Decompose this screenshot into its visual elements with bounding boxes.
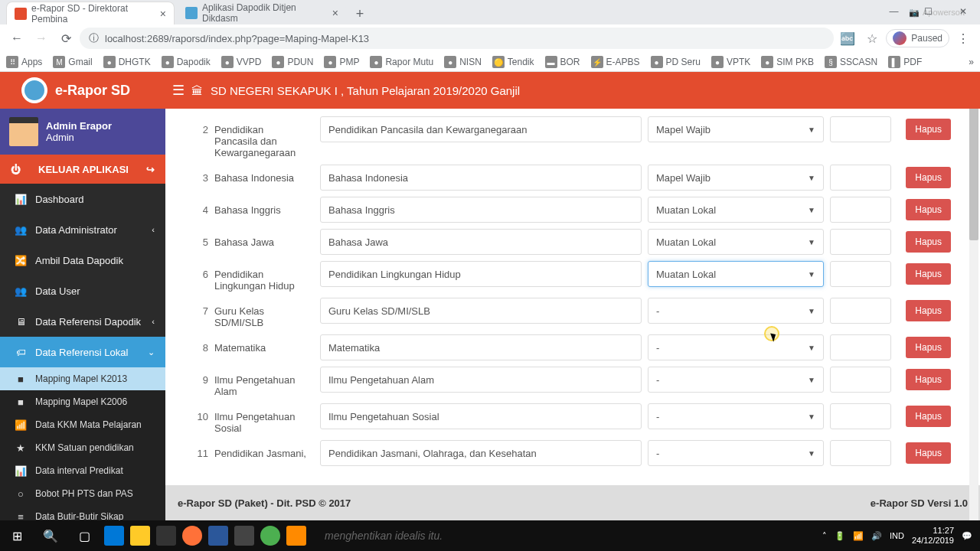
kelompok-select[interactable]: -▼ <box>648 440 824 466</box>
bookmark-item[interactable]: ●VPTK <box>711 56 750 68</box>
close-button[interactable]: ✕ <box>946 0 980 23</box>
bookmark-item[interactable]: ▌PDF <box>888 56 922 68</box>
minimize-button[interactable]: — <box>877 0 911 23</box>
tray-chevron-icon[interactable]: ˄ <box>822 531 827 541</box>
app-icon[interactable] <box>231 520 257 551</box>
delete-button[interactable]: Hapus <box>906 337 951 358</box>
mapel-input[interactable] <box>320 298 642 324</box>
urut-input[interactable] <box>830 261 891 287</box>
kelompok-select[interactable]: Muatan Lokal▼ <box>648 229 824 255</box>
sidebar-subitem[interactable]: ■Mapping Mapel K2006 <box>0 390 165 413</box>
bookmark-item[interactable]: ●PDUN <box>272 56 313 68</box>
urut-input[interactable] <box>830 116 891 142</box>
mapel-input[interactable] <box>320 261 642 287</box>
mapel-input[interactable] <box>320 440 642 466</box>
urut-input[interactable] <box>830 334 891 360</box>
bookmark-item[interactable]: ●Dapodik <box>162 56 211 68</box>
scrollbar-track[interactable] <box>969 72 978 520</box>
sidebar-item[interactable]: 🔀Ambil Data Dapodik <box>0 245 165 276</box>
logout-button[interactable]: ⏻ KELUAR APLIKASI ↪ <box>0 155 165 184</box>
urut-input[interactable] <box>830 229 891 255</box>
taskview-button[interactable]: ▢ <box>67 520 101 551</box>
bookmark-item[interactable]: 🟡Tendik <box>492 56 534 68</box>
urut-input[interactable] <box>830 298 891 324</box>
bookmark-item[interactable]: ●VVPD <box>221 56 262 68</box>
menu-icon[interactable]: ⋮ <box>952 28 974 49</box>
url-bar[interactable]: ⓘlocalhost:2689/raporsd/index.php?page=M… <box>80 28 834 49</box>
delete-button[interactable]: Hapus <box>906 263 951 285</box>
logo-area[interactable]: e-Rapor SD <box>0 72 165 109</box>
delete-button[interactable]: Hapus <box>906 167 951 188</box>
chrome-icon[interactable] <box>257 520 283 551</box>
sidebar-item[interactable]: 👥Data User <box>0 276 165 306</box>
maximize-button[interactable]: ☐ <box>911 0 946 23</box>
urut-input[interactable] <box>830 440 891 466</box>
hamburger-button[interactable]: ☰ <box>165 82 191 99</box>
bookmark-item[interactable]: §SSCASN <box>825 56 877 68</box>
firefox-icon[interactable] <box>179 520 205 551</box>
bookmark-item[interactable]: ●PMP <box>324 56 359 68</box>
sound-icon[interactable]: 🔊 <box>871 531 882 541</box>
mapel-input[interactable] <box>320 165 642 191</box>
explorer-icon[interactable] <box>127 520 153 551</box>
scrollbar-thumb[interactable] <box>969 103 978 240</box>
mapel-input[interactable] <box>320 334 642 360</box>
kelompok-select[interactable]: -▼ <box>648 367 824 393</box>
delete-button[interactable]: Hapus <box>906 119 951 140</box>
bookmark-item[interactable]: ●NISN <box>444 56 482 68</box>
word-icon[interactable] <box>205 520 231 551</box>
search-button[interactable]: 🔍 <box>34 520 67 551</box>
tab-inactive[interactable]: Aplikasi Dapodik Ditjen Dikdasm× <box>178 2 346 24</box>
bookmark-item[interactable]: ●Rapor Mutu <box>370 56 433 68</box>
back-button[interactable]: ← <box>6 28 28 49</box>
delete-button[interactable]: Hapus <box>906 369 951 390</box>
star-icon[interactable]: ☆ <box>861 28 883 49</box>
clock[interactable]: 11:27 24/12/2019 <box>912 526 954 546</box>
delete-button[interactable]: Hapus <box>906 406 951 427</box>
mapel-input[interactable] <box>320 229 642 255</box>
sidebar-item[interactable]: 🖥Data Referensi Dapodik‹ <box>0 306 165 337</box>
close-icon[interactable]: × <box>160 8 166 20</box>
start-button[interactable]: ⊞ <box>0 520 34 551</box>
wifi-icon[interactable]: 📶 <box>853 531 864 541</box>
notifications-icon[interactable]: 💬 <box>962 531 972 541</box>
sidebar-subitem[interactable]: ≡Data Butir-Butir Sikap <box>0 505 165 520</box>
sidebar-subitem[interactable]: ■Mapping Mapel K2013 <box>0 367 165 390</box>
urut-input[interactable] <box>830 403 891 429</box>
delete-button[interactable]: Hapus <box>906 300 951 321</box>
urut-input[interactable] <box>830 367 891 393</box>
sidebar-subitem[interactable]: 📶Data KKM Mata Pelajaran <box>0 413 165 436</box>
delete-button[interactable]: Hapus <box>906 199 951 220</box>
sidebar-subitem[interactable]: 📊Data interval Predikat <box>0 459 165 482</box>
kelompok-select[interactable]: Mapel Wajib▼ <box>648 165 824 191</box>
kelompok-select[interactable]: -▼ <box>648 334 824 360</box>
edge-icon[interactable] <box>101 520 127 551</box>
profile-paused[interactable]: Paused <box>886 29 949 47</box>
new-tab-button[interactable]: + <box>349 3 371 24</box>
kelompok-select[interactable]: -▼ <box>648 298 824 324</box>
bookmarks-overflow[interactable]: » <box>969 57 974 67</box>
bookmark-item[interactable]: ⠿Apps <box>6 56 42 68</box>
kelompok-select[interactable]: -▼ <box>648 403 824 429</box>
bookmark-item[interactable]: ●PD Seru <box>651 56 701 68</box>
store-icon[interactable] <box>153 520 179 551</box>
translate-icon[interactable]: 🔤 <box>837 28 858 49</box>
bookmark-item[interactable]: ▬BOR <box>545 56 580 68</box>
bookmark-item[interactable]: ●SIM PKB <box>761 56 814 68</box>
bookmark-item[interactable]: MGmail <box>53 56 92 68</box>
mapel-input[interactable] <box>320 403 642 429</box>
delete-button[interactable]: Hapus <box>906 442 951 464</box>
app-icon[interactable] <box>283 520 309 551</box>
sidebar-item[interactable]: 🏷Data Referensi Lokal⌄ <box>0 337 165 367</box>
bookmark-item[interactable]: ●DHGTK <box>103 56 151 68</box>
mapel-input[interactable] <box>320 116 642 142</box>
sidebar-subitem[interactable]: ○Bobot PH PTS dan PAS <box>0 482 165 505</box>
sidebar-subitem[interactable]: ★KKM Satuan pendidikan <box>0 436 165 459</box>
battery-icon[interactable]: 🔋 <box>835 531 845 541</box>
kelompok-select[interactable]: Mapel Wajib▼ <box>648 116 824 142</box>
mapel-input[interactable] <box>320 367 642 393</box>
close-icon[interactable]: × <box>332 7 338 19</box>
sidebar-item[interactable]: 👥Data Administrator‹ <box>0 214 165 245</box>
tab-active[interactable]: e-Rapor SD - Direktorat Pembina× <box>6 2 175 24</box>
delete-button[interactable]: Hapus <box>906 231 951 253</box>
